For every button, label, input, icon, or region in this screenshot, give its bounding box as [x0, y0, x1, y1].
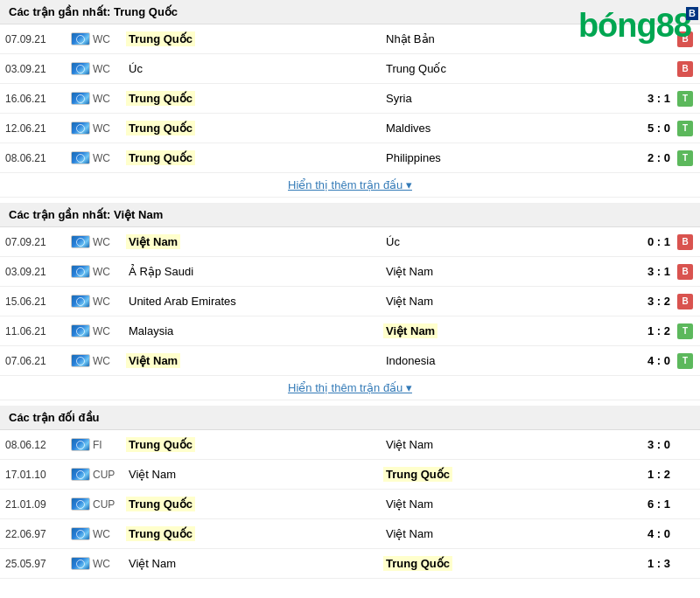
logo-area: bóng88B: [578, 7, 691, 45]
away-team[interactable]: Trung Quốc: [380, 557, 634, 570]
match-row: 15.06.21WCUnited Arab EmiratesViệt Nam3 …: [0, 287, 700, 316]
match-row: 17.01.10CUPViệt NamTrung Quốc1 : 2: [0, 460, 700, 490]
match-competition: WC: [93, 355, 126, 367]
match-competition: WC: [93, 152, 126, 164]
match-competition: WC: [93, 236, 126, 248]
home-team[interactable]: Việt Nam: [126, 468, 380, 481]
home-team[interactable]: Trung Quốc: [126, 92, 380, 105]
result-badge: B: [676, 264, 695, 280]
match-competition: WC: [93, 93, 126, 105]
away-team[interactable]: Việt Nam: [380, 295, 634, 308]
match-score: 4 : 0: [634, 354, 670, 367]
result-badge: T: [676, 91, 695, 107]
match-row: 22.06.97WCTrung QuốcViệt Nam4 : 0: [0, 519, 700, 549]
home-team[interactable]: Việt Nam: [126, 354, 380, 367]
match-score: 3 : 1: [634, 265, 670, 278]
match-score: 6 : 1: [634, 497, 670, 511]
flag-icon: [68, 265, 93, 278]
result-badge: T: [676, 323, 695, 339]
flag-icon: [68, 235, 93, 248]
home-team[interactable]: Malaysia: [126, 324, 380, 337]
section-vietnam: Các trận gần nhất: Việt Nam07.09.21WCViệ…: [0, 203, 700, 400]
match-date: 08.06.12: [5, 439, 68, 451]
match-row: 16.06.21WCTrung QuốcSyria3 : 1T: [0, 84, 700, 114]
match-score: 1 : 3: [634, 557, 670, 570]
away-team[interactable]: Indonesia: [380, 354, 634, 367]
match-date: 08.06.21: [5, 152, 68, 164]
home-team[interactable]: Việt Nam: [126, 557, 380, 570]
home-team[interactable]: Trung Quốc: [126, 151, 380, 164]
match-date: 21.01.09: [5, 498, 68, 511]
flag-icon: [68, 122, 93, 135]
result-badge: B: [676, 294, 695, 309]
match-row: 03.09.21WCÚcTrung QuốcB: [0, 54, 700, 84]
home-team[interactable]: Trung Quốc: [126, 527, 380, 540]
away-team[interactable]: Trung Quốc: [380, 62, 634, 75]
match-date: 03.09.21: [5, 63, 68, 75]
match-score: 1 : 2: [634, 468, 670, 481]
match-date: 15.06.21: [5, 296, 68, 308]
match-score: 3 : 1: [634, 92, 670, 105]
away-team[interactable]: Việt Nam: [380, 265, 634, 278]
result-badge: T: [676, 121, 695, 136]
flag-icon: [68, 32, 93, 45]
away-team[interactable]: Úc: [380, 235, 634, 248]
match-score: 5 : 0: [634, 122, 670, 135]
match-competition: WC: [93, 528, 126, 540]
flag-icon: [68, 62, 93, 75]
result-badge: B: [676, 234, 695, 250]
result-badge: T: [676, 353, 695, 369]
away-team[interactable]: Việt Nam: [380, 497, 634, 511]
match-row: 21.01.09CUPTrung QuốcViệt Nam6 : 1: [0, 490, 700, 519]
away-team[interactable]: Syria: [380, 92, 634, 105]
match-date: 03.09.21: [5, 266, 68, 278]
away-team[interactable]: Việt Nam: [380, 438, 634, 451]
result-badge: B: [676, 61, 695, 77]
match-row: 08.06.12FITrung QuốcViệt Nam3 : 0: [0, 430, 700, 460]
away-team[interactable]: Việt Nam: [380, 324, 634, 337]
match-row: 07.06.21WCViệt NamIndonesia4 : 0T: [0, 346, 700, 376]
match-competition: CUP: [93, 469, 126, 481]
away-team[interactable]: Trung Quốc: [380, 468, 634, 481]
flag-icon: [68, 468, 93, 481]
match-row: 08.06.21WCTrung QuốcPhilippines2 : 0T: [0, 143, 700, 173]
section-h2h: Các trận đối đầu08.06.12FITrung QuốcViệt…: [0, 406, 700, 579]
home-team[interactable]: United Arab Emirates: [126, 295, 380, 308]
match-competition: WC: [93, 33, 126, 45]
match-row: 11.06.21WCMalaysiaViệt Nam1 : 2T: [0, 316, 700, 346]
match-score: 3 : 2: [634, 295, 670, 308]
away-team[interactable]: Việt Nam: [380, 527, 634, 540]
show-more-link[interactable]: Hiển thị thêm trận đấu ▾: [288, 178, 412, 191]
show-more-row: Hiển thị thêm trận đấu ▾: [0, 376, 700, 400]
match-score: 1 : 2: [634, 324, 670, 337]
show-more-link[interactable]: Hiển thị thêm trận đấu ▾: [288, 381, 412, 394]
flag-icon: [68, 151, 93, 164]
home-team[interactable]: Trung Quốc: [126, 438, 380, 451]
home-team[interactable]: Trung Quốc: [126, 122, 380, 135]
match-competition: WC: [93, 558, 126, 570]
match-date: 16.06.21: [5, 93, 68, 105]
match-row: 12.06.21WCTrung QuốcMaldives5 : 0T: [0, 114, 700, 143]
match-score: 0 : 1: [634, 235, 670, 248]
match-competition: WC: [93, 296, 126, 308]
match-date: 25.05.97: [5, 558, 68, 570]
home-team[interactable]: Trung Quốc: [126, 32, 380, 45]
match-date: 22.06.97: [5, 528, 68, 540]
match-score: 3 : 0: [634, 438, 670, 451]
home-team[interactable]: Việt Nam: [126, 235, 380, 248]
home-team[interactable]: Úc: [126, 62, 380, 75]
away-team[interactable]: Maldives: [380, 122, 634, 135]
match-competition: WC: [93, 266, 126, 278]
home-team[interactable]: Trung Quốc: [126, 497, 380, 511]
match-date: 07.09.21: [5, 236, 68, 248]
match-competition: CUP: [93, 498, 126, 511]
section-header: Các trận gần nhất: Việt Nam: [0, 203, 700, 227]
home-team[interactable]: Ả Rập Saudi: [126, 265, 380, 278]
match-competition: FI: [93, 439, 126, 451]
match-competition: WC: [93, 63, 126, 75]
away-team[interactable]: Philippines: [380, 151, 634, 164]
match-score: 4 : 0: [634, 527, 670, 540]
flag-icon: [68, 324, 93, 337]
result-badge: T: [676, 150, 695, 166]
flag-icon: [68, 438, 93, 451]
